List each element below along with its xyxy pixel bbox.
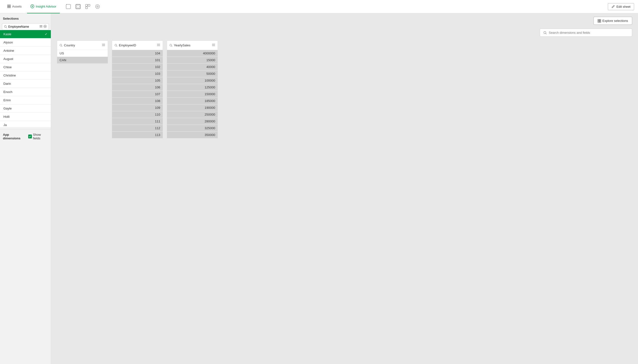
yearlysales-title-text: YearlySales — [174, 44, 190, 47]
yearlysales-card-title: YearlySales — [169, 44, 190, 47]
dim-search-box[interactable] — [540, 29, 632, 37]
svg-rect-7 — [76, 4, 80, 9]
show-fields-toggle[interactable]: Show fields — [28, 133, 48, 140]
country-search-icon — [60, 44, 63, 47]
ysales-row-280000[interactable]: 280000 — [167, 118, 218, 125]
selection-item-august[interactable]: August — [0, 55, 51, 63]
employeeid-card: EmployeeID 104 101 102 — [112, 40, 163, 139]
yearlysales-menu-icon[interactable] — [212, 43, 215, 47]
selection-item-enoch[interactable]: Enoch — [0, 88, 51, 96]
ysales-row-190000[interactable]: 190000 — [167, 104, 218, 111]
selection-item-holli[interactable]: Holli — [0, 113, 51, 121]
empid-row-105[interactable]: 105 — [112, 77, 163, 84]
yearlysales-card-header: YearlySales — [167, 41, 218, 50]
ysales-row-125000[interactable]: 125000 — [167, 84, 218, 91]
selection-item-kasie[interactable]: Kasie ✓ — [0, 30, 51, 38]
app-dimensions-title: App dimensions — [3, 133, 26, 140]
svg-rect-31 — [102, 45, 105, 45]
selection-item-darin[interactable]: Darin — [0, 80, 51, 88]
empid-row-102[interactable]: 102 — [112, 64, 163, 70]
edit-sheet-button[interactable]: Edit sheet — [608, 3, 634, 10]
svg-rect-40 — [212, 44, 215, 44]
tab-assets[interactable]: Assets — [4, 0, 25, 13]
svg-rect-41 — [212, 45, 215, 45]
ysales-row-150000[interactable]: 150000 — [167, 91, 218, 98]
toggle-checkbox[interactable] — [28, 134, 32, 138]
ysales-row-100000[interactable]: 100000 — [167, 77, 218, 84]
tab-insight-advisor[interactable]: Insight Advisor — [27, 0, 60, 13]
empid-row-104[interactable]: 104 — [112, 50, 163, 57]
empid-row-108[interactable]: 108 — [112, 98, 163, 104]
filter-search-icon — [4, 25, 7, 28]
svg-rect-36 — [157, 45, 160, 45]
empid-row-109[interactable]: 109 — [112, 104, 163, 111]
ysales-row-185000[interactable]: 185000 — [167, 98, 218, 104]
svg-rect-8 — [77, 5, 79, 8]
svg-line-39 — [171, 46, 172, 46]
selection-item-alyson[interactable]: Alyson — [0, 38, 51, 46]
ysales-row-250000[interactable]: 250000 — [167, 111, 218, 118]
empid-row-107[interactable]: 107 — [112, 91, 163, 98]
dim-search-input[interactable] — [549, 31, 628, 34]
empid-row-106[interactable]: 106 — [112, 84, 163, 91]
select-icon-1[interactable] — [66, 4, 71, 9]
explore-icon — [598, 19, 601, 22]
assets-icon — [7, 4, 11, 8]
svg-rect-17 — [40, 26, 42, 27]
svg-rect-25 — [600, 21, 601, 22]
explore-selections-button[interactable]: Explore selections — [593, 17, 632, 25]
selection-item-ja[interactable]: Ja — [0, 121, 51, 127]
check-icon-toggle — [29, 135, 31, 138]
svg-point-14 — [4, 26, 6, 28]
svg-point-28 — [60, 44, 62, 46]
selection-item-christine[interactable]: Christine — [0, 72, 51, 80]
svg-line-34 — [116, 46, 117, 46]
app-dimensions-header: App dimensions Show fields — [0, 129, 51, 142]
dim-search-icon — [543, 31, 547, 34]
svg-rect-42 — [212, 46, 215, 46]
yearlysales-search-icon — [169, 44, 172, 47]
svg-rect-22 — [598, 20, 599, 21]
ysales-row-50000[interactable]: 50000 — [167, 70, 218, 77]
empid-row-101[interactable]: 101 — [112, 57, 163, 64]
country-card-body: US CAN — [57, 50, 108, 64]
empid-row-111[interactable]: 111 — [112, 118, 163, 125]
country-row-us[interactable]: US — [57, 50, 108, 57]
country-row-can[interactable]: CAN — [57, 57, 108, 64]
employeeid-card-body: 104 101 102 103 105 106 107 108 109 110 … — [112, 50, 163, 138]
employeeid-title-text: EmployeeID — [119, 44, 136, 47]
employee-search-input[interactable] — [8, 25, 39, 28]
employeeid-menu-icon[interactable] — [157, 43, 160, 47]
selection-item-antoine[interactable]: Antoine — [0, 46, 51, 55]
left-panel: Selections — [0, 13, 51, 364]
svg-point-13 — [97, 6, 98, 7]
ysales-row-15000[interactable]: 15000 — [167, 57, 218, 64]
clear-filter-icon[interactable] — [44, 25, 47, 29]
ysales-row-325000[interactable]: 325000 — [167, 125, 218, 132]
selection-item-erinn[interactable]: Erinn — [0, 96, 51, 104]
select-icon-2[interactable] — [75, 4, 81, 9]
employee-filter-box[interactable] — [2, 23, 49, 30]
yearlysales-card-body: 4000000 15000 40000 50000 100000 125000 … — [167, 50, 218, 138]
empid-row-113[interactable]: 113 — [112, 132, 163, 138]
ysales-row-4000000[interactable]: 4000000 — [167, 50, 218, 57]
svg-rect-24 — [598, 21, 599, 22]
right-area: Explore selections — [51, 13, 638, 364]
svg-point-26 — [544, 31, 546, 34]
empid-row-110[interactable]: 110 — [112, 111, 163, 118]
show-fields-label: Show fields — [33, 133, 48, 140]
tab-assets-label: Assets — [12, 4, 22, 8]
selection-item-chloe[interactable]: Chloe — [0, 63, 51, 72]
empid-row-103[interactable]: 103 — [112, 70, 163, 77]
svg-point-38 — [170, 44, 172, 46]
empid-row-112[interactable]: 112 — [112, 125, 163, 132]
select-icon-3[interactable] — [85, 4, 90, 9]
ysales-row-40000[interactable]: 40000 — [167, 64, 218, 70]
select-icon-4[interactable] — [95, 4, 100, 9]
selection-item-gayle[interactable]: Gayle — [0, 104, 51, 113]
employeeid-search-icon — [115, 44, 117, 47]
ysales-row-350000[interactable]: 350000 — [167, 132, 218, 138]
country-menu-icon[interactable] — [102, 43, 105, 47]
dimension-search-bar — [57, 27, 632, 40]
list-view-icon[interactable] — [39, 25, 43, 29]
